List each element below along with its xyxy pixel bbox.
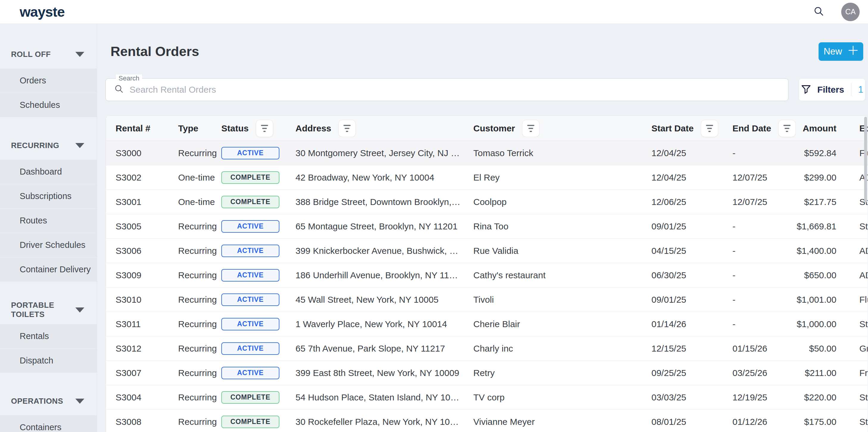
sidebar-section-header-roll-off[interactable]: ROLL OFF — [0, 48, 97, 61]
cell-type: Recurring — [178, 148, 221, 158]
column-filter-button-start[interactable] — [701, 120, 718, 137]
table-row-s3008[interactable]: S3008RecurringCOMPLETE30 Rockefeller Pla… — [106, 410, 868, 432]
plus-icon — [848, 45, 858, 58]
table-row-s3007[interactable]: S3007RecurringACTIVE399 East 8th Street,… — [106, 361, 868, 385]
avatar[interactable]: CA — [841, 3, 860, 21]
sidebar-section-header-operations[interactable]: OPERATIONS — [0, 395, 97, 408]
sidebar-item-container-delivery[interactable]: Container Delivery — [0, 257, 97, 282]
column-header-status: Status — [221, 120, 296, 137]
table-row-s3002[interactable]: S3002One-timeCOMPLETE42 Broadway, New Yo… — [106, 165, 868, 190]
search-icon — [813, 6, 825, 18]
filters-label: Filters — [817, 85, 844, 95]
table-vertical-scrollbar[interactable] — [864, 117, 867, 203]
sidebar-items-operations: Containers — [0, 415, 97, 432]
cell-rental: S3000 — [116, 148, 178, 158]
cell-equipment: Sta — [856, 417, 868, 427]
table-row-s3004[interactable]: S3004RecurringCOMPLETE54 Hudson Place, S… — [106, 385, 868, 410]
cell-end: 12/07/25 — [733, 173, 811, 183]
sidebar-items-recurring: DashboardSubscriptionsRoutesDriver Sched… — [0, 160, 97, 282]
cell-address: 54 Hudson Place, Staten Island, NY 10303 — [296, 392, 473, 402]
table-header-row: Rental #TypeStatusAddressCustomerStart D… — [106, 116, 868, 141]
table-row-s3011[interactable]: S3011RecurringACTIVE1 Waverly Place, New… — [106, 312, 868, 336]
status-badge: ACTIVE — [221, 342, 279, 355]
global-search-button[interactable] — [813, 6, 825, 18]
cell-customer: El Rey — [473, 173, 651, 183]
column-header-label: Amount — [803, 123, 836, 133]
column-filter-button-address[interactable] — [338, 120, 356, 137]
cell-rental: S3011 — [116, 319, 178, 329]
status-badge: COMPLETE — [221, 196, 279, 208]
status-badge: COMPLETE — [221, 391, 279, 404]
column-filter-button-customer[interactable] — [522, 120, 539, 137]
cell-amount: $220.00 — [811, 392, 856, 402]
column-header-label: Type — [178, 123, 198, 133]
filter-lines-icon — [343, 125, 350, 126]
sidebar-item-orders[interactable]: Orders — [0, 68, 97, 93]
sidebar-item-rentals[interactable]: Rentals — [0, 324, 97, 348]
table-row-s3012[interactable]: S3012RecurringACTIVE65 7th Avenue, Park … — [106, 336, 868, 361]
search-field[interactable]: Search — [105, 79, 788, 101]
sidebar-item-driver-schedules[interactable]: Driver Schedules — [0, 233, 97, 257]
table-body: S3000RecurringACTIVE30 Montgomery Street… — [106, 141, 868, 432]
sidebar-section-header-recurring[interactable]: RECURRING — [0, 139, 97, 152]
table-row-s3010[interactable]: S3010RecurringACTIVE45 Wall Street, New … — [106, 287, 868, 312]
column-header-end: End Date — [733, 120, 811, 137]
chevron-down-icon — [75, 52, 84, 57]
cell-customer: Tomaso Terrick — [473, 148, 651, 158]
sidebar-item-containers[interactable]: Containers — [0, 415, 97, 432]
column-header-type: Type — [178, 123, 221, 133]
cell-start: 08/01/25 — [651, 417, 733, 427]
cell-end: 12/07/25 — [733, 197, 811, 207]
filters-count-badge: 1 — [858, 84, 863, 95]
cell-end: - — [733, 148, 811, 158]
column-filter-button-end[interactable] — [778, 120, 796, 137]
sidebar-section-portable-toilets: PORTABLE TOILETSRentalsDispatch — [0, 303, 97, 373]
sidebar-item-routes[interactable]: Routes — [0, 209, 97, 233]
cell-start: 04/15/25 — [651, 246, 733, 256]
filters-button[interactable]: Filters 1 — [799, 79, 865, 101]
sidebar-item-schedules[interactable]: Schedules — [0, 93, 97, 117]
cell-address: 45 Wall Street, New York, NY 10005 — [296, 295, 473, 305]
cell-address: 1 Waverly Place, New York, NY 10014 — [296, 319, 473, 329]
new-button[interactable]: New — [818, 42, 863, 61]
sidebar: ROLL OFFOrdersSchedulesRECURRINGDashboar… — [0, 24, 97, 432]
cell-customer: Rina Too — [473, 221, 651, 232]
table-row-s3009[interactable]: S3009RecurringACTIVE186 Underhill Avenue… — [106, 263, 868, 287]
table-row-s3005[interactable]: S3005RecurringACTIVE65 Montague Street, … — [106, 214, 868, 239]
cell-end: - — [733, 270, 811, 280]
cell-amount: $175.00 — [811, 417, 856, 427]
column-filter-button-status[interactable] — [256, 120, 273, 137]
status-badge: ACTIVE — [221, 269, 279, 282]
table-row-s3000[interactable]: S3000RecurringACTIVE30 Montgomery Street… — [106, 141, 868, 165]
cell-type: Recurring — [178, 246, 221, 256]
cell-amount: $50.00 — [811, 343, 856, 353]
sidebar-section-header-portable-toilets[interactable]: PORTABLE TOILETS — [0, 303, 97, 316]
sidebar-item-dashboard[interactable]: Dashboard — [0, 160, 97, 184]
search-input[interactable] — [130, 85, 781, 95]
page-header: Rental Orders New — [111, 42, 863, 61]
sidebar-item-dispatch[interactable]: Dispatch — [0, 348, 97, 373]
cell-status: COMPLETE — [221, 391, 296, 404]
cell-end: 01/12/26 — [733, 417, 811, 427]
cell-start: 12/04/25 — [651, 173, 733, 183]
cell-equipment: Gre — [856, 343, 868, 353]
filter-lines-icon — [783, 125, 790, 126]
cell-address: 65 7th Avenue, Park Slope, NY 11217 — [296, 343, 473, 353]
cell-address: 388 Bridge Street, Downtown Brooklyn, NY… — [296, 197, 473, 207]
cell-address: 399 Knickerbocker Avenue, Bushwick, NY 1… — [296, 246, 473, 256]
cell-address: 399 East 8th Street, New York, NY 10009 — [296, 368, 473, 378]
column-header-customer: Customer — [473, 120, 651, 137]
cell-address: 186 Underhill Avenue, Brooklyn, NY 11238 — [296, 270, 473, 280]
sidebar-item-subscriptions[interactable]: Subscriptions — [0, 184, 97, 209]
table-row-s3006[interactable]: S3006RecurringACTIVE399 Knickerbocker Av… — [106, 239, 868, 263]
filter-funnel-icon — [801, 84, 811, 96]
cell-type: Recurring — [178, 270, 221, 280]
cell-address: 42 Broadway, New York, NY 10004 — [296, 173, 473, 183]
column-header-label: Start Date — [651, 123, 694, 133]
new-button-label: New — [824, 46, 842, 57]
cell-equipment: Sta — [856, 319, 868, 329]
cell-customer: Vivianne Meyer — [473, 417, 651, 427]
cell-status: ACTIVE — [221, 367, 296, 379]
cell-start: 09/01/25 — [651, 295, 733, 305]
table-row-s3001[interactable]: S3001One-timeCOMPLETE388 Bridge Street, … — [106, 190, 868, 214]
